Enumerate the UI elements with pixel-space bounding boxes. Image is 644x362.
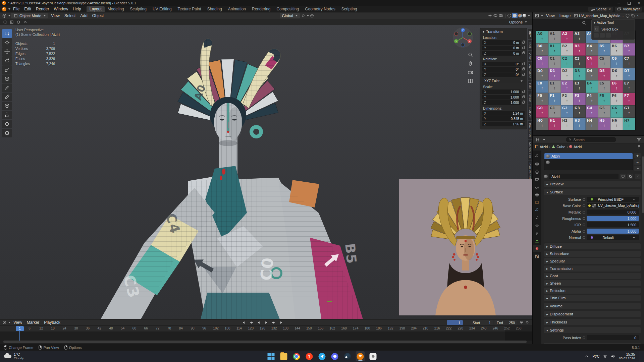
metallic-slider[interactable]: 0.000: [587, 209, 639, 215]
location-z-field[interactable]: Z0 m: [482, 51, 521, 56]
menu-window[interactable]: Window: [51, 6, 70, 12]
uv-menu-image[interactable]: Image: [557, 13, 573, 18]
lock-icon[interactable]: [522, 63, 525, 65]
language-indicator[interactable]: РУС: [592, 354, 599, 358]
viewlayer-selector[interactable]: ViewLayer: [615, 7, 642, 12]
keyframe-icon[interactable]: [525, 320, 529, 324]
timeline-menu-marker[interactable]: Marker: [24, 320, 42, 325]
workspace-tab-uv-editing[interactable]: UV Editing: [150, 6, 175, 12]
sidebar-tab-tissue[interactable]: Tissue: [528, 91, 532, 105]
rotation-z-field[interactable]: Z0°: [482, 72, 521, 77]
workspace-tab-geometry-nodes[interactable]: Geometry Nodes: [302, 6, 338, 12]
panel-preview[interactable]: Preview: [544, 181, 641, 187]
timeline-menu-view[interactable]: View: [11, 320, 24, 325]
steam-taskbar-button[interactable]: [343, 351, 352, 361]
properties-tab-texture[interactable]: [533, 253, 541, 260]
lock-icon[interactable]: [522, 68, 525, 70]
viewport-menu-view[interactable]: View: [49, 13, 62, 18]
breadcrumb-item-cube-1[interactable]: Cube: [552, 145, 565, 149]
panel-surface[interactable]: Surface: [544, 189, 641, 195]
zoom-icon[interactable]: [468, 52, 473, 58]
navigation-gizmo[interactable]: Z X Y: [452, 27, 474, 48]
proportional-editing-icon[interactable]: [310, 13, 314, 18]
workspace-tab-shading[interactable]: Shading: [204, 6, 225, 12]
tool-option-icon-2[interactable]: [600, 33, 605, 38]
menu-file[interactable]: File: [11, 6, 22, 12]
frame-start-field[interactable]: Start 1: [470, 320, 493, 325]
normal-dropdown[interactable]: Default: [587, 235, 639, 240]
menu-edit[interactable]: Edit: [22, 6, 34, 12]
properties-tab-world[interactable]: [533, 191, 541, 198]
tool-addon-b[interactable]: [2, 129, 12, 137]
mode-dropdown[interactable]: Object Mode: [11, 13, 48, 18]
slot-specials-button[interactable]: [634, 166, 641, 171]
tool-select-box[interactable]: [2, 29, 12, 38]
telegram-taskbar-button[interactable]: [318, 351, 327, 361]
blender-taskbar-button[interactable]: [356, 351, 365, 361]
workspace-tab-layout[interactable]: Layout: [87, 6, 105, 12]
panel-settings[interactable]: Settings: [544, 327, 641, 333]
jump-to-end-button[interactable]: [278, 320, 285, 325]
breadcrumb-item-atziri-2[interactable]: Atziri: [569, 145, 582, 149]
playhead[interactable]: 1: [16, 326, 24, 331]
auto-key-icon[interactable]: [519, 320, 524, 324]
image-editor-icon[interactable]: [535, 13, 539, 18]
scale-x-field[interactable]: X1.000: [482, 89, 521, 94]
previous-keyframe-button[interactable]: [247, 320, 254, 325]
browse-image-icon[interactable]: [574, 13, 578, 18]
unlink-material-icon[interactable]: [635, 174, 641, 179]
decorator-dot[interactable]: [582, 217, 586, 220]
orientation-dropdown[interactable]: Global: [280, 13, 300, 18]
panel-thickness[interactable]: Thickness: [544, 319, 641, 325]
viewport-canvas[interactable]: A0C4C3C0B5 User Perspective (1) Scene Co…: [0, 25, 532, 319]
properties-tab-data[interactable]: [533, 237, 541, 244]
sidebar-tab-boxcutter[interactable]: BoxCutter: [528, 121, 532, 139]
panel-displacement[interactable]: Displacement: [544, 311, 641, 317]
lock-icon[interactable]: [522, 47, 525, 49]
toggle-xray-icon[interactable]: [498, 13, 503, 18]
tool-setting-toggle-1[interactable]: [3, 20, 7, 24]
panel-specular[interactable]: Specular: [544, 258, 641, 264]
scale-z-field[interactable]: Z1.000: [482, 100, 521, 105]
fake-user-shield-icon[interactable]: [625, 13, 630, 18]
camera-view-icon[interactable]: [468, 69, 473, 75]
material-preview-icon[interactable]: [544, 175, 548, 178]
volume-icon[interactable]: [611, 354, 615, 359]
location-x-field[interactable]: X0 m: [482, 40, 521, 45]
blender-menu-icon[interactable]: [2, 7, 6, 11]
transform-panel-header[interactable]: Transform: [480, 28, 527, 35]
unlink-image-icon[interactable]: ×: [637, 14, 639, 17]
lock-icon[interactable]: [522, 102, 525, 104]
decorator-dot[interactable]: [582, 204, 586, 207]
clock-widget[interactable]: 15:35 05.02.2026: [619, 353, 635, 360]
tool-move[interactable]: [2, 47, 12, 56]
tool-addon-a[interactable]: [2, 120, 12, 128]
sidebar-tab-mantislod[interactable]: MantisLOD: [528, 140, 532, 160]
show-desktop-button[interactable]: [640, 351, 641, 362]
sidebar-tab-smear[interactable]: SMEAR: [528, 105, 532, 121]
active-tool-row[interactable]: Select Box: [592, 25, 635, 33]
start-taskbar-button[interactable]: [267, 351, 276, 361]
maximize-button[interactable]: [624, 0, 634, 6]
active-tool-header[interactable]: Active Tool: [592, 19, 635, 25]
panel-sheen[interactable]: Sheen: [544, 280, 641, 286]
properties-tab-scene[interactable]: [533, 183, 541, 190]
workspace-tab-compositing[interactable]: Compositing: [273, 6, 302, 12]
lock-icon[interactable]: [522, 74, 525, 76]
tool-setting-toggle-4[interactable]: [23, 20, 28, 24]
shading-solid-active[interactable]: [512, 13, 518, 18]
shading-rendered-icon[interactable]: [523, 14, 526, 17]
minimize-button[interactable]: [614, 0, 624, 6]
dimensions-y-field[interactable]: Y0.345 m: [482, 116, 525, 121]
properties-tab-physics[interactable]: [533, 222, 541, 229]
surface-dropdown[interactable]: Principled BSDF: [587, 197, 639, 202]
workspace-tab-sculpting[interactable]: Sculpting: [127, 6, 150, 12]
tool-cursor[interactable]: [2, 38, 12, 47]
fake-user-shield-icon[interactable]: [620, 174, 626, 179]
ortho-grid-icon[interactable]: [468, 78, 473, 84]
properties-tab-viewlayer[interactable]: [533, 176, 541, 183]
properties-tab-modifiers[interactable]: [533, 206, 541, 214]
breadcrumb-item-atziri-0[interactable]: Atziri: [535, 145, 548, 149]
play-reverse-button[interactable]: [255, 320, 262, 325]
filter-funnel-icon[interactable]: [637, 137, 641, 142]
